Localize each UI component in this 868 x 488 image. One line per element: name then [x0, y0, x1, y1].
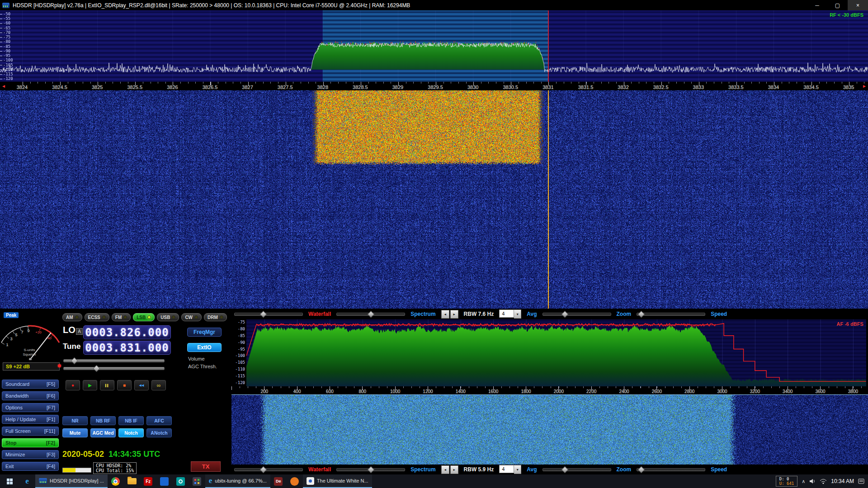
rbw-decrease-button[interactable]: ◄: [441, 310, 449, 319]
waterfall-label[interactable]: Waterfall: [308, 466, 331, 473]
tray-chevron-icon[interactable]: ∧: [802, 479, 805, 484]
dsp-button-notch[interactable]: Notch: [118, 428, 144, 437]
task-ultimate[interactable]: The Ultimate White N...: [303, 474, 372, 488]
avg-slider-bottom[interactable]: [542, 468, 611, 471]
menu-button-soundcard[interactable]: Soundcard[F5]: [2, 380, 59, 389]
maximize-button[interactable]: ▢: [827, 0, 848, 10]
start-button[interactable]: [0, 474, 19, 488]
avg-count-select[interactable]: 4▼: [499, 465, 521, 474]
avg-label[interactable]: Avg: [527, 466, 537, 473]
menu-button-options[interactable]: Options[F7]: [2, 403, 59, 412]
agc-slider-thumb[interactable]: [93, 365, 100, 372]
zoom-slider-bottom[interactable]: [637, 468, 705, 471]
minimize-button[interactable]: ─: [807, 0, 827, 10]
dsp-button-agc-med[interactable]: AGC Med: [90, 428, 116, 437]
rewind-button[interactable]: ◀◀: [134, 380, 149, 390]
menu-button-stop[interactable]: Stop[F2]: [2, 438, 59, 447]
network-traffic-box[interactable]: D: 0 U: 641: [776, 476, 798, 487]
taskbar-chrome[interactable]: [108, 474, 124, 488]
task-ubitx[interactable]: e ubitx-tuning @ 66.7%...: [205, 474, 270, 488]
mode-button-fm[interactable]: FM: [112, 313, 131, 321]
taskbar-app-teal[interactable]: [173, 474, 189, 488]
speed-label[interactable]: Speed: [711, 311, 727, 317]
ruler-left-arrow-icon[interactable]: ◄: [1, 84, 6, 89]
af-waterfall-slider-top[interactable]: [234, 313, 303, 316]
dsp-button-nb-rf[interactable]: NB RF: [90, 416, 116, 425]
chevron-down-icon[interactable]: ▼: [514, 465, 521, 474]
af-spectrum-canvas[interactable]: [246, 319, 866, 386]
rbw-increase-button[interactable]: ►: [450, 310, 458, 319]
af-waterfall-slider-top-thumb[interactable]: [260, 310, 267, 318]
chevron-down-icon[interactable]: ▼: [514, 310, 521, 319]
play-button[interactable]: ▶: [83, 380, 97, 390]
rbw-decrease-button[interactable]: ◄: [441, 465, 449, 474]
extio-button[interactable]: ExtIO: [187, 343, 222, 352]
lo-frequency-display[interactable]: 0003.826.000: [83, 325, 171, 339]
ruler-right-arrow-icon[interactable]: ►: [862, 84, 867, 89]
rf-frequency-ruler[interactable]: ◄ ► 38243824.538253825.538263826.5382738…: [0, 82, 868, 90]
record-button[interactable]: ●: [66, 380, 80, 390]
af-spectrum-slider-top-thumb[interactable]: [368, 310, 375, 318]
spectrum-label[interactable]: Spectrum: [410, 466, 435, 473]
loop-button[interactable]: ∞: [151, 380, 166, 390]
avg-label[interactable]: Avg: [527, 311, 537, 317]
rbw-increase-button[interactable]: ►: [450, 465, 458, 474]
mode-button-cw[interactable]: CW: [181, 313, 202, 321]
vfo-toggle[interactable]: A: [76, 328, 83, 335]
mode-button-ecss[interactable]: ECSS: [85, 313, 109, 321]
taskbar-app-grid[interactable]: [189, 474, 205, 488]
af-spectrum-slider-bottom-thumb[interactable]: [368, 466, 375, 473]
taskbar-de-app[interactable]: De: [270, 474, 287, 488]
menu-button-minimize[interactable]: Minimize[F3]: [2, 450, 59, 459]
zoom-slider-bottom-thumb[interactable]: [638, 466, 645, 473]
avg-count-select[interactable]: 4▼: [499, 310, 521, 319]
af-waterfall-canvas[interactable]: [231, 394, 868, 465]
avg-slider-top[interactable]: [542, 313, 611, 316]
avg-slider-bottom-thumb[interactable]: [561, 466, 568, 473]
zoom-slider-top-thumb[interactable]: [638, 310, 645, 318]
tx-button[interactable]: TX: [191, 461, 221, 472]
tune-frequency-display[interactable]: 0003.831.000: [83, 341, 171, 355]
taskbar-edge[interactable]: e: [19, 474, 35, 488]
taskbar-orange-app[interactable]: [287, 474, 303, 488]
zoom-label[interactable]: Zoom: [617, 466, 632, 473]
af-waterfall-slider-bottom[interactable]: [234, 468, 303, 471]
af-spectrum-slider-bottom[interactable]: [336, 468, 405, 471]
close-button[interactable]: ×: [848, 0, 868, 10]
dsp-button-nr[interactable]: NR: [62, 416, 88, 425]
af-waterfall-slider-bottom-thumb[interactable]: [260, 466, 267, 473]
waterfall-label[interactable]: Waterfall: [308, 311, 331, 317]
rf-waterfall-canvas[interactable]: [0, 90, 868, 309]
s-meter[interactable]: 1 3 5 7 9 +20 +40 S-units Squelch: [1, 315, 61, 360]
af-frequency-ruler[interactable]: 2004006008001000120014001600180020002200…: [231, 386, 868, 394]
dsp-button-anotch[interactable]: ANotch: [146, 428, 172, 437]
freqmgr-button[interactable]: FreqMgr: [187, 328, 222, 337]
dsp-button-afc[interactable]: AFC: [146, 416, 172, 425]
stop-button[interactable]: ■: [117, 380, 132, 390]
mode-button-usb[interactable]: USB: [157, 313, 179, 321]
menu-button-full-screen[interactable]: Full Screen[F11]: [2, 427, 59, 436]
mode-button-drm[interactable]: DRM: [204, 313, 227, 321]
menu-button-exit[interactable]: Exit[F4]: [2, 462, 59, 471]
volume-icon[interactable]: [809, 479, 816, 484]
mode-button-am[interactable]: AM: [62, 313, 82, 321]
network-icon[interactable]: [820, 479, 827, 484]
notification-icon[interactable]: [858, 479, 864, 484]
avg-slider-top-thumb[interactable]: [561, 310, 568, 318]
dsp-button-mute[interactable]: Mute: [62, 428, 88, 437]
mode-button-lsb[interactable]: LSB: [133, 313, 155, 321]
taskbar-file-explorer[interactable]: [124, 474, 140, 488]
clock[interactable]: 10:34 AM: [831, 478, 854, 484]
af-spectrum-slider-top[interactable]: [336, 313, 405, 316]
menu-button-bandwidth[interactable]: Bandwidth[F6]: [2, 391, 59, 400]
speed-label[interactable]: Speed: [711, 466, 727, 473]
taskbar-app-blue[interactable]: [156, 474, 173, 488]
volume-slider-thumb[interactable]: [71, 357, 78, 365]
zoom-label[interactable]: Zoom: [617, 311, 632, 317]
spectrum-label[interactable]: Spectrum: [410, 311, 435, 317]
menu-button-help-update[interactable]: Help / Update[F1]: [2, 415, 59, 424]
dsp-button-nb-if[interactable]: NB IF: [118, 416, 144, 425]
volume-slider[interactable]: [63, 359, 165, 362]
rf-spectrum-canvas[interactable]: [0, 10, 868, 82]
task-hdsdr[interactable]: HDSDR [HDSDRplay] ...: [35, 474, 108, 488]
